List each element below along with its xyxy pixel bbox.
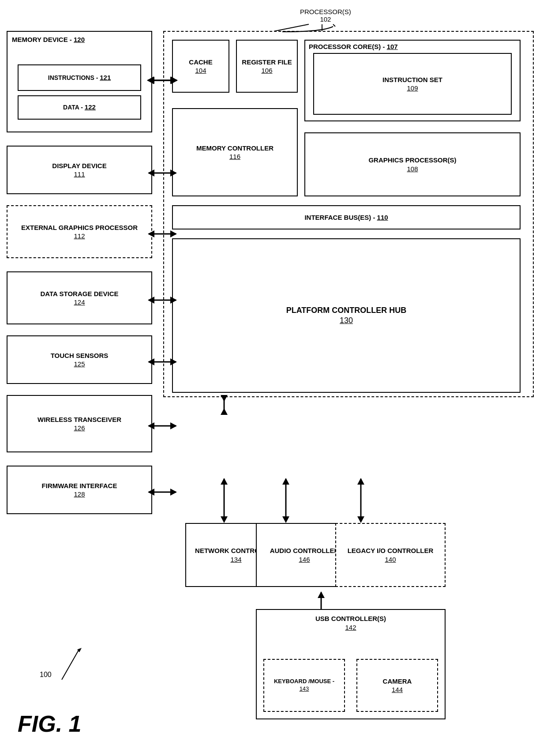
register-file-box: REGISTER FILE 106 bbox=[236, 40, 298, 93]
svg-marker-37 bbox=[221, 478, 228, 485]
svg-marker-42 bbox=[357, 516, 364, 523]
legacy-io-box: LEGACY I/O CONTROLLER 140 bbox=[335, 523, 446, 587]
wireless-transceiver-box: WIRELESS TRANSCEIVER 126 bbox=[7, 395, 152, 452]
svg-marker-43 bbox=[357, 478, 364, 485]
touch-sensors-box: TOUCH SENSORS 125 bbox=[7, 335, 152, 384]
display-device-box: DISPLAY DEVICE 111 bbox=[7, 146, 152, 194]
svg-marker-40 bbox=[282, 478, 289, 485]
svg-marker-39 bbox=[282, 516, 289, 523]
data-box: DATA - 122 bbox=[18, 95, 141, 120]
svg-marker-36 bbox=[221, 516, 228, 523]
camera-box: CAMERA 144 bbox=[356, 659, 438, 712]
svg-marker-31 bbox=[170, 489, 177, 496]
ref-100: 100 bbox=[40, 671, 52, 679]
processor-label: PROCESSOR(S) bbox=[300, 8, 351, 15]
instruction-set-box: INSTRUCTION SET 109 bbox=[313, 53, 512, 115]
firmware-interface-box: FIRMWARE INTERFACE 128 bbox=[7, 466, 152, 514]
svg-marker-34 bbox=[221, 408, 228, 415]
ext-graphics-box: EXTERNAL GRAPHICS PROCESSOR 112 bbox=[7, 205, 152, 258]
instructions-box: INSTRUCTIONS - 121 bbox=[18, 64, 141, 91]
svg-marker-28 bbox=[170, 422, 177, 429]
cache-box: CACHE 104 bbox=[172, 40, 229, 93]
graphics-processor-box: GRAPHICS PROCESSOR(S) 108 bbox=[304, 132, 521, 196]
keyboard-box: KEYBOARD /MOUSE - 143 bbox=[263, 659, 345, 712]
svg-line-5 bbox=[333, 24, 335, 26]
processor-callout-label: PROCESSOR(S) 102 bbox=[300, 8, 351, 23]
interface-bus-box: INTERFACE BUS(ES) - 110 bbox=[172, 205, 521, 229]
processor-ref: 102 bbox=[320, 15, 331, 23]
data-storage-box: DATA STORAGE DEVICE 124 bbox=[7, 271, 152, 324]
memory-device-outer-box: MEMORY DEVICE - 120 INSTRUCTIONS - 121 D… bbox=[7, 31, 152, 132]
figure-label: FIG. 1 bbox=[18, 711, 81, 737]
svg-marker-49 bbox=[77, 648, 82, 652]
memory-controller-box: MEMORY CONTROLLER 116 bbox=[172, 108, 298, 196]
diagram: PROCESSOR(S) 102 CACHE 104 REGISTER FILE… bbox=[0, 0, 547, 756]
processor-core-label: PROCESSOR CORE(S) - 107 bbox=[309, 43, 398, 50]
svg-line-48 bbox=[62, 649, 79, 680]
svg-marker-46 bbox=[318, 591, 325, 598]
usb-controller-outer-box: USB CONTROLLER(S) 142 KEYBOARD /MOUSE - … bbox=[256, 609, 446, 719]
platform-controller-box: PLATFORM CONTROLLER HUB 130 bbox=[172, 238, 521, 393]
